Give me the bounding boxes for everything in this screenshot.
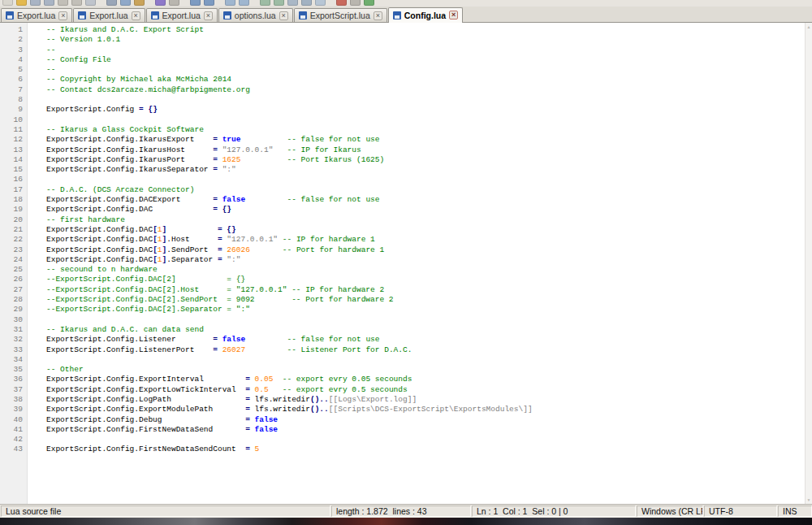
code-line[interactable] bbox=[46, 95, 812, 105]
line-number: 26 bbox=[0, 275, 23, 284]
line-number: 5 bbox=[0, 65, 23, 75]
code-line[interactable]: --ExportScript.Config.DAC[2] = {} bbox=[46, 275, 812, 284]
code-line[interactable]: ExportScript.Config.IkarusExport = true … bbox=[46, 135, 812, 145]
close-icon[interactable]: × bbox=[204, 11, 213, 20]
code-line[interactable]: ExportScript.Config.ExportInterval = 0.0… bbox=[46, 375, 812, 384]
line-number: 14 bbox=[0, 155, 23, 165]
code-line[interactable]: ExportScript.Config.DAC[1].Separator = "… bbox=[46, 255, 812, 265]
record-macro-icon[interactable] bbox=[336, 0, 347, 6]
scroll-up-icon[interactable]: ▲ bbox=[807, 23, 811, 31]
code-line[interactable]: -- Contact dcs2arcaze.micha@farbpigmente… bbox=[46, 85, 812, 95]
tab-exportscript-lua-5[interactable]: ExportScript.lua× bbox=[294, 8, 387, 22]
find-icon[interactable] bbox=[190, 0, 201, 6]
show-all-characters-icon[interactable] bbox=[301, 0, 312, 6]
scroll-down-icon[interactable]: ▼ bbox=[807, 496, 811, 504]
close-icon[interactable]: × bbox=[58, 11, 67, 20]
tab-label: ExportScript.lua bbox=[310, 11, 370, 20]
editor[interactable]: 1234567891011121314151617181920212223242… bbox=[0, 23, 812, 504]
play-macro-icon[interactable] bbox=[364, 0, 374, 6]
code-line[interactable]: ExportScript.Config.FirstNewDataSend = f… bbox=[46, 425, 812, 435]
code-line[interactable]: -- Ikarus a Glass Cockpit Software bbox=[46, 125, 812, 135]
code-line[interactable]: ExportScript.Config.DACExport = false --… bbox=[46, 195, 812, 205]
new-file-icon[interactable] bbox=[2, 0, 13, 6]
cut-icon[interactable] bbox=[106, 0, 117, 6]
sync-vertical-icon[interactable] bbox=[260, 0, 270, 6]
code-line[interactable]: -- Ikarus and D.A.C. can data send bbox=[46, 325, 812, 335]
code-line[interactable]: -- secound to n hardware bbox=[46, 265, 812, 275]
save-file-icon[interactable] bbox=[30, 0, 41, 6]
replace-icon[interactable] bbox=[204, 0, 214, 6]
code-line[interactable]: ExportScript.Config.IkarusHost = "127.0.… bbox=[46, 145, 812, 155]
close-icon[interactable]: × bbox=[132, 11, 140, 20]
code-line[interactable]: -- Ikarus and D.A.C. Export Script bbox=[46, 25, 812, 35]
status-insert-mode[interactable]: INS bbox=[778, 505, 812, 517]
code-line[interactable]: ExportScript.Config.Debug = false bbox=[46, 415, 812, 425]
print-icon[interactable] bbox=[85, 0, 96, 6]
indent-guide-icon[interactable] bbox=[315, 0, 326, 6]
tab-export-lua-2[interactable]: Export.lua× bbox=[73, 8, 145, 22]
vertical-scrollbar[interactable]: ▲ ▼ bbox=[805, 23, 812, 504]
code-line[interactable]: -- D.A.C. (DCS Arcaze Connector) bbox=[46, 185, 812, 195]
line-number: 2 bbox=[0, 35, 23, 45]
code-line[interactable]: ExportScript.Config.DAC[1].SendPort = 26… bbox=[46, 245, 812, 255]
status-encoding[interactable]: UTF-8 bbox=[704, 505, 777, 517]
open-file-icon[interactable] bbox=[16, 0, 27, 6]
close-all-icon[interactable] bbox=[71, 0, 82, 6]
tab-export-lua-1[interactable]: Export.lua× bbox=[1, 8, 72, 22]
code-line[interactable]: -- Version 1.0.1 bbox=[46, 35, 812, 45]
status-eol-format[interactable]: Windows (CR LF) bbox=[637, 505, 703, 517]
sync-horizontal-icon[interactable] bbox=[274, 0, 284, 6]
code-line[interactable]: --ExportScript.Config.DAC[2].Host = "127… bbox=[46, 285, 812, 295]
code-line[interactable] bbox=[46, 355, 812, 365]
desktop-background-strip bbox=[0, 518, 812, 525]
save-all-icon[interactable] bbox=[44, 0, 54, 6]
stop-macro-icon[interactable] bbox=[350, 0, 361, 6]
line-number: 33 bbox=[0, 345, 23, 355]
redo-icon[interactable] bbox=[169, 0, 179, 6]
code-line[interactable]: ExportScript.Config.ListenerPort = 26027… bbox=[46, 345, 812, 355]
code-line[interactable] bbox=[46, 435, 812, 445]
word-wrap-icon[interactable] bbox=[287, 0, 298, 6]
code-line[interactable] bbox=[46, 315, 812, 325]
code-line[interactable]: --ExportScript.Config.DAC[2].SendPort = … bbox=[46, 295, 812, 305]
code-line[interactable]: ExportScript.Config.DAC = {} bbox=[46, 205, 812, 215]
code-line[interactable]: ExportScript.Config.IkarusPort = 1625 --… bbox=[46, 155, 812, 165]
code-line[interactable]: ExportScript.Config.IkarusSeparator = ":… bbox=[46, 165, 812, 175]
tab-config-lua-6[interactable]: Config.lua× bbox=[388, 7, 463, 23]
code-line[interactable]: --ExportScript.Config.DAC[2].Separator =… bbox=[46, 305, 812, 315]
tab-export-lua-3[interactable]: Export.lua× bbox=[146, 8, 218, 22]
code-line[interactable]: -- Config File bbox=[46, 55, 812, 65]
close-icon[interactable]: × bbox=[449, 11, 458, 20]
code-line[interactable]: ExportScript.Config.ExportModulePath = l… bbox=[46, 405, 812, 414]
undo-icon[interactable] bbox=[155, 0, 166, 6]
code-line[interactable]: -- Other bbox=[46, 365, 812, 375]
copy-icon[interactable] bbox=[120, 0, 131, 6]
code-area[interactable]: -- Ikarus and D.A.C. Export Script-- Ver… bbox=[44, 23, 812, 504]
code-line[interactable] bbox=[46, 115, 812, 125]
zoom-out-icon[interactable] bbox=[239, 0, 249, 6]
code-line[interactable]: -- bbox=[46, 65, 812, 75]
close-icon[interactable]: × bbox=[374, 11, 382, 20]
code-line[interactable]: ExportScript.Config = {} bbox=[46, 105, 812, 115]
paste-icon[interactable] bbox=[134, 0, 145, 6]
code-line[interactable]: ExportScript.Config.LogPath = lfs.writed… bbox=[46, 395, 812, 405]
tab-options-lua-4[interactable]: options.lua× bbox=[218, 8, 293, 22]
line-number: 35 bbox=[0, 365, 23, 375]
code-line[interactable]: ExportScript.Config.ExportLowTickInterva… bbox=[46, 385, 812, 395]
line-number: 24 bbox=[0, 255, 23, 265]
code-line[interactable]: -- first hardware bbox=[46, 215, 812, 225]
toolbar-separator-2 bbox=[148, 0, 152, 2]
line-number: 4 bbox=[0, 55, 23, 65]
code-line[interactable]: -- bbox=[46, 46, 812, 55]
code-line[interactable]: ExportScript.Config.Listener = false -- … bbox=[46, 335, 812, 345]
line-number: 39 bbox=[0, 405, 23, 414]
code-line[interactable]: ExportScript.Config.DAC[1].Host = "127.0… bbox=[46, 235, 812, 245]
code-line[interactable] bbox=[46, 175, 812, 184]
saved-file-icon bbox=[393, 11, 401, 20]
zoom-in-icon[interactable] bbox=[225, 0, 235, 6]
code-line[interactable]: ExportScript.Config.FirstNewDataSendCoun… bbox=[46, 445, 812, 454]
code-line[interactable]: -- Copyright by Michael aka McMicha 2014 bbox=[46, 75, 812, 85]
close-file-icon[interactable] bbox=[58, 0, 68, 6]
code-line[interactable]: ExportScript.Config.DAC[1] = {} bbox=[46, 225, 812, 235]
close-icon[interactable]: × bbox=[279, 11, 288, 20]
